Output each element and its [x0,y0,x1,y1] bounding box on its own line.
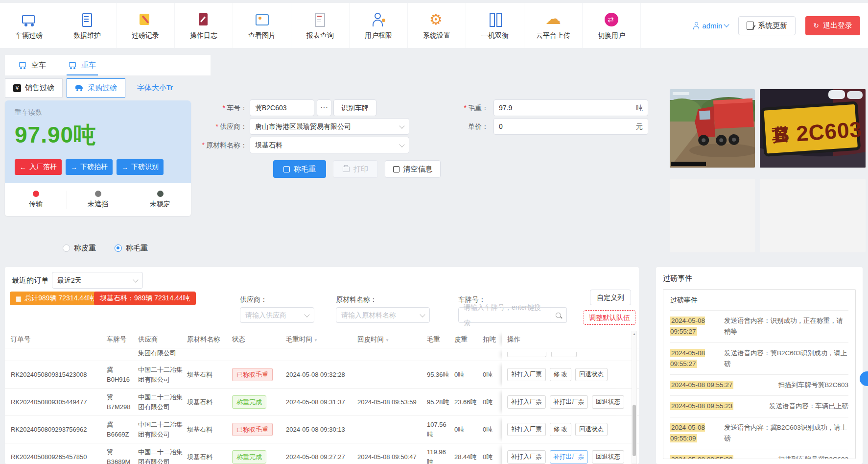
rollback-status-button[interactable]: 回退状态 [592,395,624,409]
cell-supplier: 中国二十二冶集团有限公司 [138,365,187,384]
col-tare-time-sort[interactable]: 回皮时间▼ [357,335,427,344]
gate-button[interactable]: ← 入厂落杆 [15,159,62,175]
user-name: admin [702,22,722,30]
cell-gross-time: 2024-05-08 09:30:13 [286,425,357,435]
cell-gross-time: 2024-05-08 09:32:28 [286,370,357,380]
user-menu[interactable]: admin [693,22,728,30]
printer-icon [343,167,350,172]
cell-tare: 0吨 [454,370,483,380]
toolbar-item[interactable]: 查看图片 [233,3,291,48]
toolbar-item[interactable]: 报表查询 [291,3,350,48]
radio-tare-weight[interactable]: 称皮重 [63,244,96,253]
toolbar-item[interactable]: 云平台上传 [524,3,583,48]
reprint-entry-ticket-button[interactable]: 补打入厂票 [507,450,546,464]
toolbar-item[interactable]: 用户权限 [350,3,408,48]
table-row: RK2024050809305449477 冀 B7M298 中国二十二冶集团有… [5,389,639,416]
chevron-down-icon [133,277,138,282]
reading-value: 97.90吨 [15,120,181,150]
toolbar-item-label: 查看图片 [248,31,276,40]
table-scrollbar[interactable]: ▲ [632,331,637,464]
toolbar-item[interactable]: 数据维护 [58,3,117,48]
custom-columns-button[interactable]: 自定义列 [590,290,631,305]
top-toolbar: 车辆过磅 数据维护 过磅记录 操作日志 查看图片 [0,3,868,48]
status-badge: 已称取毛重 [232,423,273,437]
rollback-status-button[interactable]: 回退状态 [592,450,624,464]
scroll-up-icon[interactable]: ▲ [632,331,636,337]
radio-gross-weight[interactable]: 称毛重 [115,244,148,253]
event-time: 2024-05-08 09:55:27 [670,348,718,370]
material-select[interactable]: 坝基石料 [250,137,409,153]
toolbar-item-label: 车辆过磅 [15,31,43,40]
gate-button[interactable]: → 下磅抬杆 [66,159,113,175]
toolbar-item[interactable]: 过磅记录 [117,3,175,48]
reprint-entry-ticket-button[interactable]: 补打入厂票 [507,368,546,381]
col-gross: 毛重 [427,335,454,344]
chevron-down-icon [399,123,404,128]
cell-material: 坝基石料 [187,425,232,435]
logout-button[interactable]: ↻ 退出登录 [805,16,860,35]
sales-weigh-button[interactable]: ¥ 销售过磅 [5,78,63,98]
supplier-select[interactable]: 唐山市海港区晨瑜贸易有限公司 [250,118,409,135]
toolbar-item[interactable]: 切换用户 [583,3,641,48]
scrollbar-thumb[interactable] [633,405,636,456]
event-text: 扫描到车牌号冀B2C603 [739,454,848,459]
toolbar-item[interactable]: 一机双衡 [466,3,524,48]
cell-plate: 冀 B7M298 [107,392,138,412]
filter-supplier-select[interactable]: 请输入供应商 [240,307,314,323]
purchase-weigh-button[interactable]: 采购过磅 [67,78,125,98]
cell-tare: 23.66吨 [454,397,483,407]
filter-material-select[interactable]: 请输入原材料名称 [336,307,430,323]
toolbar-item[interactable]: 系统设置 [408,3,466,48]
tab-heavy-truck[interactable]: 重车 [69,55,96,75]
print-button[interactable]: 打印 [333,160,378,178]
recognize-plate-button[interactable]: 识别车牌 [333,99,376,116]
status-indicators: 传输 未遮挡 未稳定 [5,183,191,216]
plate-input[interactable]: 冀B2C603 [250,99,314,116]
mode-buttons: ¥ 销售过磅 采购过磅 字体大小Tr [5,78,173,98]
clear-info-button[interactable]: 清空信息 [385,160,441,178]
reprint-entry-ticket-button[interactable]: 补打入厂票 [507,395,546,409]
tab-empty-truck[interactable]: 空车 [19,55,46,75]
reprint-entry-ticket-button[interactable]: 补打入厂票 [507,423,546,436]
plate-more-button[interactable]: ··· [317,99,331,116]
cell-deduct: 0吨 [483,452,502,462]
col-gross-time-sort[interactable]: 毛重时间▼ [286,335,357,344]
cell-operations: 补打入厂票 补打出厂票 回退状态 [502,443,625,464]
col-supplier: 供应商 [138,335,187,344]
event-row: 2024-05-08 09:55:27 发送语音内容：识别成功，正在称重，请稍等 [670,310,848,342]
table-body: RK2024050809315423008 冀B0H916 中国二十二冶集团有限… [5,361,639,464]
adjust-queue-button[interactable]: 调整默认队伍 [584,310,635,325]
price-input[interactable]: 0元 [493,118,648,135]
gross-input[interactable]: 97.9吨 [493,99,648,116]
rollback-status-button[interactable]: 回退状态 [575,368,608,381]
weigh-gross-button[interactable]: 称毛重 [273,160,326,178]
modify-or-exit-ticket-button[interactable]: 补打出厂票 [550,450,588,464]
modify-or-exit-ticket-button[interactable]: 修 改 [550,368,571,381]
cell-gross: 95.36吨 [427,370,454,380]
chevron-down-icon [420,312,425,317]
sort-caret-icon: ▼ [314,338,318,342]
gate-button[interactable]: → 下磅识别 [117,159,164,175]
toolbar-right: admin 系统更新 ↻ 退出登录 [693,3,868,48]
date-range-select[interactable]: 最近2天 [52,272,143,289]
font-size-link[interactable]: 字体大小Tr [137,83,173,93]
cell-gross-time: 2024-05-08 09:31:37 [286,397,357,407]
plate-search-button[interactable] [550,307,567,323]
cell-status: 已称取毛重 [232,368,286,382]
filter-plate-input[interactable]: 请输入车牌号，enter键搜索 [458,307,550,323]
toolbar-icon [312,11,328,28]
chevron-down-icon [724,22,729,27]
system-update-button[interactable]: 系统更新 [738,16,796,35]
cell-gross-time: 2024-05-08 09:27:27 [286,452,357,462]
scale-reading-panel: 重车读数 97.90吨 ← 入厂落杆 → 下磅抬杆 → 下磅识别 [5,100,191,183]
rollback-status-button[interactable]: 回退状态 [575,423,608,436]
cell-material: 坝基石料 [187,452,232,462]
col-plate: 车牌号 [107,335,138,344]
col-material: 原材料名称 [187,335,232,344]
toolbar-item[interactable]: 操作日志 [175,3,233,48]
events-inner-title: 过磅事件 [670,290,848,310]
toolbar-item-label: 报表查询 [306,31,334,40]
toolbar-item[interactable]: 车辆过磅 [0,3,58,48]
modify-or-exit-ticket-button[interactable]: 修 改 [550,423,571,436]
modify-or-exit-ticket-button[interactable]: 补打出厂票 [550,395,588,409]
